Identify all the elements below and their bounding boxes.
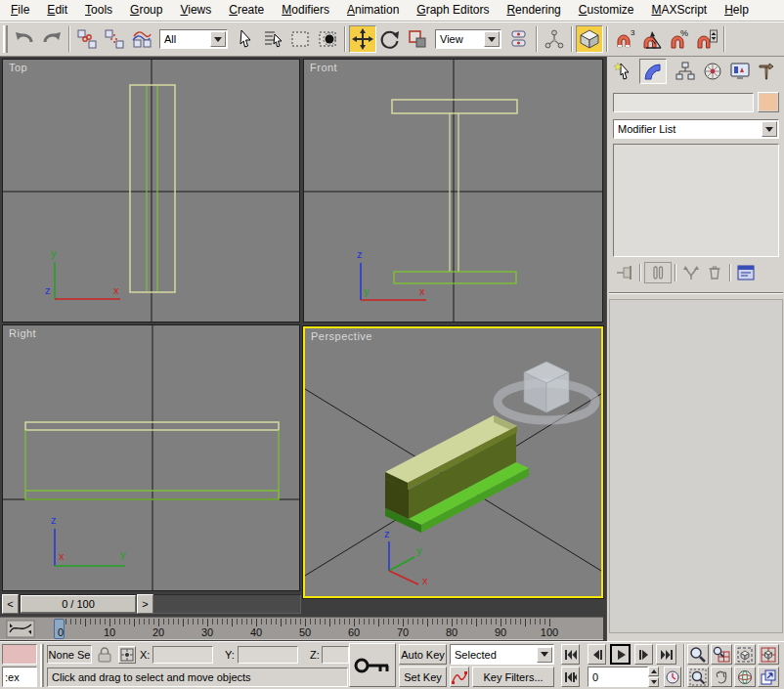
next-frame-arrow-button[interactable]: > <box>137 594 153 614</box>
menu-item[interactable]: Graph Editors <box>408 0 498 21</box>
viewport-right[interactable]: z x y Right <box>2 324 300 591</box>
viewport-label[interactable]: Top <box>9 62 27 73</box>
menu-item[interactable]: Edit <box>38 0 76 21</box>
tab-hierarchy[interactable] <box>672 59 699 84</box>
ibeam-wireframe-top[interactable] <box>130 85 175 292</box>
viewport-perspective[interactable]: z y x Perspective <box>303 326 603 598</box>
current-frame-field[interactable]: 0 <box>588 667 648 687</box>
go-to-end-button[interactable] <box>656 644 676 665</box>
selection-lock-icon[interactable] <box>97 646 112 666</box>
tab-motion[interactable] <box>699 59 726 84</box>
select-and-rotate-icon[interactable] <box>376 25 404 53</box>
zoom-all-icon[interactable] <box>711 644 732 665</box>
set-keys-button[interactable] <box>349 643 396 687</box>
object-name-field[interactable] <box>613 93 754 112</box>
maxscript-mini-listener[interactable]: :ex <box>2 667 37 687</box>
show-end-result-icon[interactable] <box>644 262 672 283</box>
select-and-move-icon[interactable] <box>349 25 376 53</box>
dropdown-arrow-icon[interactable] <box>537 647 552 663</box>
play-animation-button[interactable] <box>610 644 631 665</box>
x-coordinate-field[interactable] <box>152 646 213 664</box>
bind-to-space-warp-icon[interactable] <box>128 25 155 53</box>
remove-modifier-icon[interactable] <box>703 262 726 283</box>
region-zoom-icon[interactable] <box>687 667 709 687</box>
ibeam-shaded-model[interactable] <box>385 415 529 533</box>
selection-filter-dropdown[interactable]: All <box>159 29 228 49</box>
menu-item[interactable]: Modifiers <box>273 0 338 21</box>
pan-view-icon[interactable] <box>711 667 732 687</box>
time-slider-track[interactable]: 0 / 100 <box>20 594 301 614</box>
tab-modify[interactable] <box>639 59 667 84</box>
viewport-label[interactable]: Perspective <box>311 330 372 342</box>
spinner-snap-toggle-icon[interactable] <box>693 25 720 53</box>
angle-snap-toggle-icon[interactable] <box>638 25 666 53</box>
modifier-list-dropdown[interactable]: Modifier List <box>613 119 779 139</box>
key-filters-button[interactable]: Key Filters... <box>472 667 554 687</box>
window-crossing-toggle-icon[interactable] <box>314 25 341 53</box>
select-by-name-icon[interactable] <box>259 25 286 53</box>
time-slider-handle[interactable]: 0 / 100 <box>21 595 136 613</box>
listener-splitter[interactable] <box>40 644 44 687</box>
rectangular-selection-region-icon[interactable] <box>286 25 314 53</box>
next-frame-button[interactable] <box>634 644 653 665</box>
menu-item[interactable]: Views <box>171 0 220 21</box>
dropdown-arrow-icon[interactable] <box>210 31 226 47</box>
dropdown-arrow-icon[interactable] <box>484 31 500 47</box>
viewport-label[interactable]: Right <box>9 327 36 339</box>
macro-recorder-pane[interactable] <box>2 644 37 665</box>
toolbar-grip[interactable] <box>3 25 8 53</box>
unlink-selection-icon[interactable] <box>101 25 128 53</box>
object-color-swatch[interactable] <box>758 92 779 112</box>
tab-display[interactable] <box>726 59 754 84</box>
keyboard-shortcut-override-toggle-icon[interactable] <box>576 25 603 53</box>
select-and-scale-icon[interactable] <box>404 25 431 53</box>
auto-key-button[interactable]: Auto Key <box>399 644 447 665</box>
tab-create[interactable] <box>611 59 638 84</box>
z-coordinate-field[interactable] <box>322 646 349 664</box>
menu-item[interactable]: Animation <box>338 0 408 21</box>
pin-stack-icon[interactable] <box>613 262 636 283</box>
undo-icon[interactable] <box>11 25 38 53</box>
absolute-offset-mode-toggle[interactable] <box>118 646 136 664</box>
key-mode-dropdown[interactable]: Selected <box>450 644 554 665</box>
menu-item[interactable]: Customize <box>570 0 643 21</box>
make-unique-icon[interactable] <box>679 262 703 283</box>
dropdown-arrow-icon[interactable] <box>762 121 777 137</box>
modifier-stack-list[interactable] <box>613 144 779 257</box>
zoom-extents-all-icon[interactable] <box>758 644 779 665</box>
select-and-link-icon[interactable] <box>73 25 101 53</box>
menu-item[interactable]: Create <box>220 0 273 21</box>
select-and-manipulate-icon[interactable] <box>541 25 568 53</box>
reference-coordinate-system-dropdown[interactable]: View <box>435 29 501 49</box>
new-key-tangents-icon[interactable] <box>450 667 469 687</box>
go-to-start-button[interactable] <box>561 644 580 665</box>
menu-item[interactable]: Group <box>121 0 171 21</box>
set-key-button[interactable]: Set Key <box>399 667 447 687</box>
y-coordinate-field[interactable] <box>238 646 298 664</box>
previous-frame-arrow-button[interactable]: < <box>2 594 19 614</box>
viewport-top[interactable]: y x z Top <box>2 59 300 323</box>
tab-utilities[interactable] <box>754 59 781 84</box>
menu-item[interactable]: MAXScript <box>643 0 717 21</box>
viewport-label[interactable]: Front <box>310 62 337 73</box>
percent-snap-toggle-icon[interactable]: % <box>666 25 693 53</box>
open-mini-curve-editor-icon[interactable] <box>6 620 35 640</box>
previous-frame-button[interactable] <box>588 644 606 665</box>
key-mode-toggle-icon[interactable] <box>561 667 580 687</box>
zoom-icon[interactable] <box>687 644 709 665</box>
select-object-icon[interactable] <box>232 25 259 53</box>
use-pivot-point-center-icon[interactable] <box>505 25 533 53</box>
maximize-viewport-toggle-icon[interactable] <box>758 667 779 687</box>
viewport-front[interactable]: z y x Front <box>303 59 603 323</box>
frame-spinner[interactable] <box>648 667 659 687</box>
zoom-extents-icon[interactable] <box>734 644 756 665</box>
configure-modifier-sets-icon[interactable] <box>734 262 758 283</box>
track-bar[interactable]: 0102030405060708090100 <box>0 617 603 640</box>
time-configuration-icon[interactable] <box>664 667 681 687</box>
ghost-helper-object[interactable] <box>498 362 595 420</box>
arc-rotate-icon[interactable] <box>734 667 756 687</box>
redo-icon[interactable] <box>38 25 65 53</box>
menu-item[interactable]: File <box>2 0 38 21</box>
menu-item[interactable]: Tools <box>76 0 121 21</box>
menu-item[interactable]: Rendering <box>498 0 569 21</box>
